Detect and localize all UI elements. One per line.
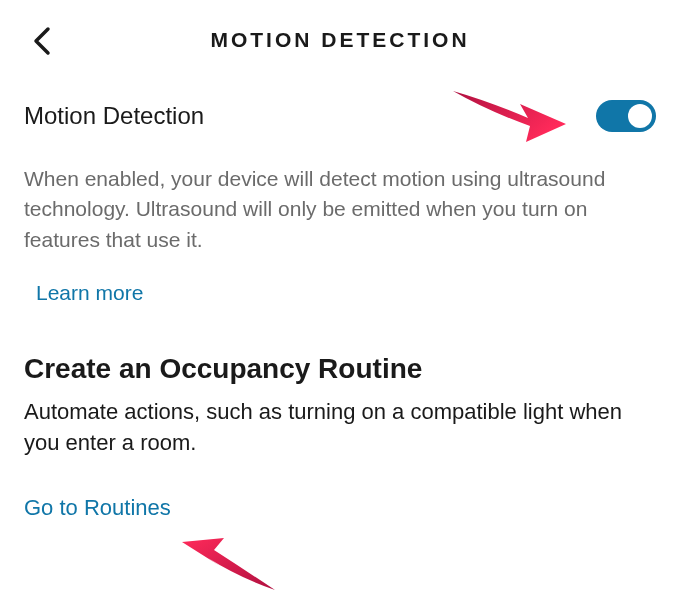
go-to-routines-link[interactable]: Go to Routines [0, 467, 680, 529]
motion-detection-description: When enabled, your device will detect mo… [0, 144, 680, 263]
back-button[interactable] [32, 26, 52, 60]
annotation-arrow-icon [180, 530, 280, 595]
page-title: MOTION DETECTION [24, 28, 656, 52]
motion-detection-toggle[interactable] [596, 100, 656, 132]
learn-more-link[interactable]: Learn more [0, 263, 680, 313]
motion-detection-row: Motion Detection [0, 72, 680, 144]
toggle-knob [628, 104, 652, 128]
motion-detection-label: Motion Detection [24, 102, 204, 130]
occupancy-description: Automate actions, such as turning on a c… [0, 391, 680, 467]
header-bar: MOTION DETECTION [0, 0, 680, 72]
occupancy-heading: Create an Occupancy Routine [0, 313, 680, 391]
chevron-left-icon [32, 26, 52, 56]
